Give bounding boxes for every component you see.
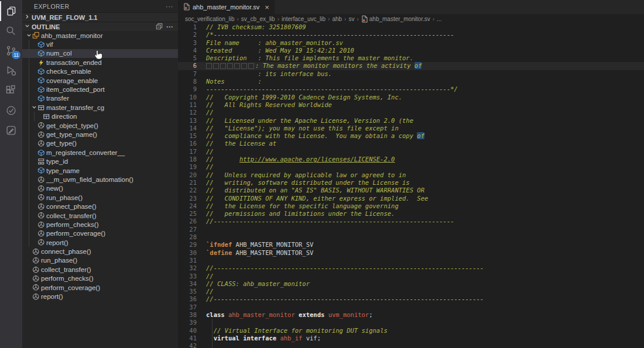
code-line-12[interactable]: 12// bbox=[178, 109, 644, 116]
code-line-20[interactable]: 20// Unless required by applicable law o… bbox=[178, 171, 644, 179]
code-line-28[interactable]: 28 bbox=[178, 233, 644, 241]
outline-item-get_type[interactable]: get_type() bbox=[22, 139, 178, 148]
outline-item-perform_checks[interactable]: perform_checks() bbox=[22, 220, 178, 229]
code-line-34[interactable]: 34// CLASS: ahb_master_monitor bbox=[178, 280, 644, 288]
code-line-25[interactable]: 25// permissions and limitations under t… bbox=[178, 210, 644, 218]
outline-item-connect_phase[interactable]: connect_phase() bbox=[22, 202, 178, 211]
outline-item-report[interactable]: report() bbox=[22, 238, 178, 247]
code-line-17[interactable]: 17// bbox=[178, 148, 644, 156]
code-line-6[interactable]: 6: The master monitor monitors the activ… bbox=[178, 62, 644, 70]
code-line-3[interactable]: 3File name : ahb_master_monitor.sv bbox=[178, 39, 644, 47]
code-line-31[interactable]: 31 bbox=[178, 257, 644, 264]
code-line-5[interactable]: 5Description : This file implements the … bbox=[178, 54, 644, 62]
activity-run-debug-button[interactable] bbox=[0, 61, 22, 81]
code-editor[interactable]: 1// IVB checksum: 32518076092/*---------… bbox=[178, 23, 644, 348]
outline-item-ahb_master_monitor[interactable]: ahb_master_monitor bbox=[22, 31, 178, 40]
code-line-14[interactable]: 14// "License"); you may not use this fi… bbox=[178, 125, 644, 132]
close-icon[interactable]: × bbox=[265, 3, 269, 12]
notebook-icon bbox=[5, 125, 17, 136]
outline-item-new[interactable]: new() bbox=[22, 184, 178, 193]
outline-item-perform_coverage[interactable]: perform_coverage() bbox=[22, 283, 178, 292]
code-line-23[interactable]: 23// CONDITIONS OF ANY KIND, either expr… bbox=[178, 195, 644, 202]
tab-ahb-master-monitor[interactable]: ahb_master_monitor.sv × bbox=[178, 0, 275, 14]
breadcrumb-item-sv[interactable]: sv bbox=[348, 16, 354, 22]
code-link[interactable]: http://www.apache.org/licenses/LICENSE-2… bbox=[239, 156, 395, 163]
code-line-21[interactable]: 21// writing, software distributed under… bbox=[178, 179, 644, 187]
code-line-15[interactable]: 15// compliance with the License. You ma… bbox=[178, 132, 644, 140]
outline-item-type_id[interactable]: type_id bbox=[22, 157, 178, 166]
activity-source-control-button[interactable]: 11 bbox=[0, 41, 22, 61]
code-line-9[interactable]: 9---------------------------------------… bbox=[178, 85, 644, 93]
outline-more-actions-button[interactable]: ··· bbox=[166, 24, 173, 30]
outline-item-m_registered_converter__[interactable]: m_registered_converter__ bbox=[22, 148, 178, 157]
collapse-all-icon bbox=[156, 23, 163, 30]
outline-item-__m_uvm_field_automation[interactable]: __m_uvm_field_automation() bbox=[22, 175, 178, 184]
code-line-38[interactable]: 38class ahb_master_monitor extends uvm_m… bbox=[178, 311, 644, 319]
section-uvm-ref-flow[interactable]: UVM_REF_FLOW_1.1 bbox=[22, 12, 178, 22]
outline-item-checks_enable[interactable]: checks_enable bbox=[22, 67, 178, 76]
code-line-8[interactable]: 8Notes : bbox=[178, 78, 644, 85]
code-line-26[interactable]: 26//------------------------------------… bbox=[178, 218, 644, 225]
breadcrumb-item-ahb_master_monitorsv[interactable]: ahb_master_monitor.sv bbox=[361, 15, 430, 23]
outline-item-get_type_name[interactable]: get_type_name() bbox=[22, 130, 178, 139]
collapse-all-icon[interactable] bbox=[156, 23, 163, 31]
outline-item-connect_phase[interactable]: connect_phase() bbox=[22, 247, 178, 256]
code-line-24[interactable]: 24// the License for the specific langua… bbox=[178, 202, 644, 210]
sidebar-more-actions-button[interactable]: ··· bbox=[166, 2, 173, 11]
code-line-13[interactable]: 13// Licensed under the Apache License, … bbox=[178, 117, 644, 125]
code-line-7[interactable]: 7 : its interface bus. bbox=[178, 70, 644, 78]
outline-item-collect_transfer[interactable]: collect_transfer() bbox=[22, 211, 178, 220]
code-line-4[interactable]: 4Created : Wed May 19 15:42:21 2010 bbox=[178, 47, 644, 54]
code-line-29[interactable]: 29`ifndef AHB_MASTER_MONITOR_SV bbox=[178, 241, 644, 249]
code-line-39[interactable]: 39 bbox=[178, 319, 644, 326]
chevron-down-icon[interactable] bbox=[26, 32, 32, 39]
outline-item-run_phase[interactable]: run_phase() bbox=[22, 256, 178, 265]
outline-item-collect_transfer[interactable]: collect_transfer() bbox=[22, 265, 178, 274]
activity-explorer-button[interactable] bbox=[0, 1, 22, 21]
activity-search-button[interactable] bbox=[0, 21, 22, 41]
code-line-18[interactable]: 18// http://www.apache.org/licenses/LICE… bbox=[178, 156, 644, 163]
outline-item-perform_coverage[interactable]: perform_coverage() bbox=[22, 229, 178, 238]
code-line-30[interactable]: 30`define AHB_MASTER_MONITOR_SV bbox=[178, 249, 644, 257]
code-line-22[interactable]: 22// distributed on an "AS IS" BASIS, WI… bbox=[178, 187, 644, 194]
outline-item-master_transfer_cg[interactable]: master_transfer_cg bbox=[22, 103, 178, 112]
code-line-1[interactable]: 1// IVB checksum: 3251807609 bbox=[178, 23, 644, 31]
chevron-down-icon[interactable] bbox=[31, 104, 37, 111]
code-line-37[interactable]: 37 bbox=[178, 304, 644, 311]
outline-item-type_name[interactable]: type_name bbox=[22, 166, 178, 175]
code-line-16[interactable]: 16// the License at bbox=[178, 140, 644, 147]
outline-item-get_object_type[interactable]: get_object_type() bbox=[22, 121, 178, 130]
code-line-42[interactable]: 42 bbox=[178, 342, 644, 348]
activity-notebook-button[interactable] bbox=[0, 120, 22, 140]
code-line-41[interactable]: 41 virtual interface ahb_if vif; bbox=[178, 335, 644, 342]
code-line-11[interactable]: 11// All Rights Reserved Worldwide bbox=[178, 101, 644, 109]
outline-item-report[interactable]: report() bbox=[22, 292, 178, 301]
code-line-40[interactable]: 40 // Virtual Interface for monitoring D… bbox=[178, 327, 644, 335]
breadcrumb-item-sv_cb_ex_lib[interactable]: sv_cb_ex_lib bbox=[241, 16, 275, 22]
breadcrumb-item-soc_verification_lib[interactable]: soc_verification_lib bbox=[185, 16, 235, 22]
code-line-10[interactable]: 10// Copyright 1999-2010 Cadence Design … bbox=[178, 94, 644, 101]
outline-item-num_col[interactable]: num_col bbox=[22, 49, 178, 58]
section-outline[interactable]: OUTLINE ··· bbox=[22, 22, 178, 31]
breadcrumb-item-interface_uvc_lib[interactable]: interface_uvc_lib bbox=[282, 16, 326, 22]
outline-item-coverage_enable[interactable]: coverage_enable bbox=[22, 76, 178, 85]
outline-item-transfer[interactable]: transfer bbox=[22, 94, 178, 103]
outline-item-run_phase[interactable]: run_phase() bbox=[22, 193, 178, 202]
outline-item-perform_checks[interactable]: perform_checks() bbox=[22, 274, 178, 283]
activity-testing-button[interactable] bbox=[0, 101, 22, 120]
code-line-19[interactable]: 19// bbox=[178, 163, 644, 171]
outline-item-direction[interactable]: direction bbox=[22, 112, 178, 121]
outline-item-vif[interactable]: vif bbox=[22, 40, 178, 49]
code-line-32[interactable]: 32//------------------------------------… bbox=[178, 264, 644, 272]
code-line-33[interactable]: 33// bbox=[178, 273, 644, 280]
code-line-35[interactable]: 35// bbox=[178, 288, 644, 295]
outline-item-item_collected_port[interactable]: item_collected_port bbox=[22, 85, 178, 94]
breadcrumb-item-[interactable]: ... bbox=[437, 16, 441, 22]
code-line-36[interactable]: 36//------------------------------------… bbox=[178, 295, 644, 303]
breadcrumb-item-ahb[interactable]: ahb bbox=[332, 16, 342, 22]
outline-item-transaction_ended[interactable]: transaction_ended bbox=[22, 58, 178, 67]
code-line-2[interactable]: 2/*-------------------------------------… bbox=[178, 31, 644, 39]
code-line-27[interactable]: 27 bbox=[178, 226, 644, 233]
breadcrumb-separator: › bbox=[344, 16, 346, 22]
activity-extensions-button[interactable] bbox=[0, 81, 22, 101]
